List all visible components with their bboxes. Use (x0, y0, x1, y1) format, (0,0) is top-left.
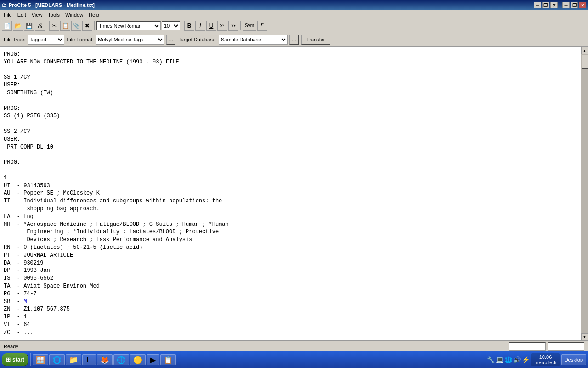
line-prt: PRT COMP DL 10 (4, 144, 577, 151)
save-btn[interactable]: 💾 (24, 21, 34, 31)
italic-btn[interactable]: I (195, 21, 205, 31)
taskbar-app-browser2[interactable]: 🌐 (113, 354, 129, 365)
inner-minimize-btn[interactable]: ─ (534, 2, 541, 8)
taskbar-sep1 (30, 353, 31, 366)
line-blank5 (4, 167, 577, 174)
taskbar-yellow-icon: 🟡 (133, 356, 142, 364)
line-connected: YOU ARE NOW CONNECTED TO THE MEDLINE (19… (4, 58, 577, 66)
para-btn[interactable]: ¶ (257, 21, 267, 31)
taskbar-app-firefox[interactable]: 🦊 (97, 354, 113, 365)
menu-file[interactable]: File (1, 11, 15, 18)
taskbar-notif-icon4: 🔊 (513, 356, 521, 363)
sym-btn[interactable]: Sym (243, 21, 256, 31)
size-select[interactable]: 10 (162, 21, 180, 30)
clock-day: mercoledì (534, 360, 556, 365)
cut-btn[interactable]: ✂ (49, 21, 59, 31)
line-prog3: PROG: (4, 159, 577, 167)
outer-restore-btn[interactable]: ❐ (571, 2, 578, 8)
taskbar-app-yellow[interactable]: 🟡 (130, 354, 146, 365)
line-ss1: SS 1 /C? (4, 74, 577, 81)
scroll-track[interactable] (581, 54, 588, 333)
scroll-up-btn[interactable]: ▲ (581, 47, 588, 54)
taskbar-app-play[interactable]: ▶ (147, 354, 159, 365)
import-toolbar: File Type: Tagged File Format: Melvyl Me… (0, 32, 588, 47)
taskbar-monitor-icon: 🖥 (85, 356, 93, 364)
line-mh1: MH - *Aerospace Medicine ; Fatigue/BLOOD… (4, 221, 577, 229)
line-pg: PG - 74-7 (4, 290, 577, 298)
taskbar-app-ie[interactable]: 🌐 (49, 354, 65, 365)
bold-btn[interactable]: B (184, 21, 194, 31)
line-la: LA - Eng (4, 213, 577, 221)
subscript-btn[interactable]: x₂ (228, 21, 238, 31)
taskbar-right: 🔧 💻 🌐 🔊 ⚡ 10.06 mercoledì Desktop (487, 353, 586, 366)
taskbar-firefox-icon: 🦊 (100, 356, 109, 364)
taskbar: ⊞ start 🪟 🌐 📁 🖥 🦊 🌐 🟡 ▶ 📋 🔧 💻 🌐 🔊 ⚡ 10.0… (0, 351, 588, 368)
line-dp: DP - 1993 Jan (4, 267, 577, 275)
titlebar: 🗂 ProCite 5 - [MEDLARS - Medline.txt] ─ … (0, 0, 588, 10)
line-user1: USER: (4, 81, 577, 89)
line-ss2: SS 2 /C? (4, 128, 577, 136)
print-btn[interactable]: 🖨 (35, 21, 45, 31)
scroll-thumb[interactable] (582, 55, 588, 69)
target-db-group: Target Database: Sample Database ... (178, 34, 299, 45)
taskbar-notif-icon5: ⚡ (522, 356, 530, 363)
clock: 10.06 mercoledì (534, 354, 556, 365)
new-btn[interactable]: 📄 (2, 21, 12, 31)
menu-view[interactable]: View (29, 11, 45, 18)
target-db-select[interactable]: Sample Database (219, 34, 288, 45)
line-au: AU - Popper SE ; McCloskey K (4, 190, 577, 197)
start-button[interactable]: ⊞ start (2, 353, 28, 366)
taskbar-app-monitor[interactable]: 🖥 (82, 354, 96, 365)
sep1 (47, 21, 47, 30)
inner-restore-btn[interactable]: ❐ (542, 2, 549, 8)
menu-help[interactable]: Help (86, 11, 102, 18)
sep2 (94, 21, 95, 30)
desktop-btn[interactable]: Desktop (561, 354, 586, 365)
file-format-select[interactable]: Melvyl Medline Tags (96, 34, 164, 45)
app-icon: 🗂 (2, 2, 7, 8)
menu-window[interactable]: Window (62, 11, 86, 18)
copy-btn[interactable]: 📋 (60, 21, 70, 31)
line-rn: RN - 0 (Lactates) ; 50-21-5 (lactic acid… (4, 244, 577, 252)
transfer-btn[interactable]: Transfer (301, 34, 330, 45)
status-field-1 (509, 342, 546, 351)
desktop-label: Desktop (565, 357, 583, 362)
menu-tools[interactable]: Tools (45, 11, 62, 18)
line-ss-result: SS (1) PSTG (335) (4, 112, 577, 120)
open-btn[interactable]: 📂 (13, 21, 23, 31)
file-type-label: File Type: (4, 37, 26, 42)
line-blank3 (4, 120, 577, 128)
file-format-browse-btn[interactable]: ... (166, 34, 175, 45)
inner-close-btn[interactable]: ✕ (550, 2, 558, 8)
file-format-label: File Format: (67, 37, 94, 42)
taskbar-clipboard-icon: 📋 (164, 356, 173, 364)
line-prog2: PROG: (4, 105, 577, 113)
content-area[interactable]: PROG: YOU ARE NOW CONNECTED TO THE MEDLI… (0, 47, 581, 340)
underline-btn[interactable]: U (206, 21, 216, 31)
line-zc: ZC - ... (4, 329, 577, 337)
taskbar-app-windows[interactable]: 🪟 (33, 354, 48, 365)
line-mh2: Engineering ; *Individuality ; Lactates/… (4, 228, 577, 236)
taskbar-play-icon: ▶ (150, 356, 156, 364)
target-db-label: Target Database: (178, 37, 217, 42)
font-select[interactable]: Times New Roman (96, 21, 161, 30)
taskbar-app-explorer[interactable]: 📁 (66, 354, 81, 365)
menu-edit[interactable]: Edit (15, 11, 29, 18)
taskbar-app-clipboard[interactable]: 📋 (160, 354, 176, 365)
file-type-select[interactable]: Tagged (28, 34, 64, 45)
menubar: File Edit View Tools Window Help (0, 10, 588, 19)
vertical-scrollbar[interactable]: ▲ ▼ (581, 47, 588, 340)
line-ti1: TI - Individual differences and subgroup… (4, 197, 577, 205)
target-db-browse-btn[interactable]: ... (289, 34, 299, 45)
status-field-2 (548, 342, 584, 351)
delete-btn[interactable]: ✖ (82, 21, 92, 31)
line-something: SOMETHING (TW) (4, 89, 577, 97)
outer-close-btn[interactable]: ✕ (579, 2, 586, 8)
superscript-btn[interactable]: x² (217, 21, 227, 31)
start-label: start (12, 356, 24, 363)
scroll-down-btn[interactable]: ▼ (581, 333, 588, 340)
outer-minimize-btn[interactable]: ─ (562, 2, 570, 8)
paste-btn[interactable]: 📎 (71, 21, 81, 31)
notification-area: 🔧 💻 🌐 🔊 ⚡ (487, 356, 530, 363)
statusbar-right (509, 342, 584, 351)
